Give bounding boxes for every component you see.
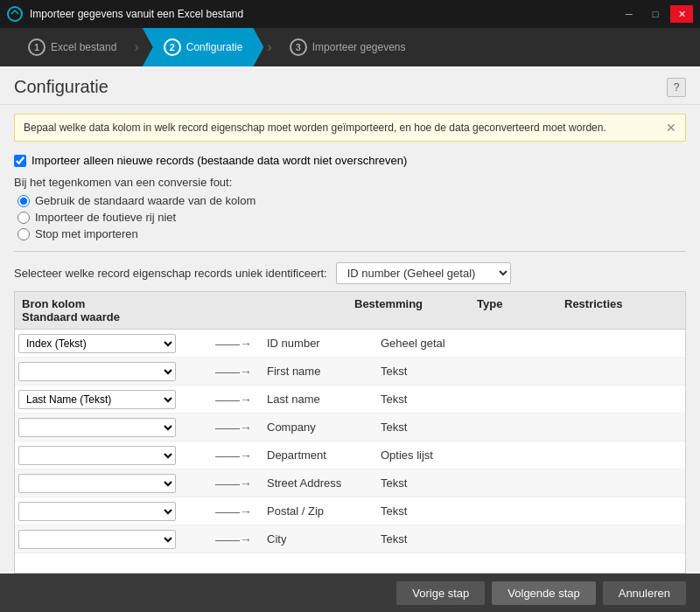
step-arrow-1: › <box>134 39 138 55</box>
radio-row-1: Gebruik de standaard waarde van de kolom <box>18 194 686 207</box>
type-cell: Geheel getal <box>374 333 470 353</box>
arrow-icon: ——→ <box>215 337 252 351</box>
options-section: Importeer alleen nieuwe records (bestaan… <box>0 150 700 244</box>
col-arrow <box>207 297 347 310</box>
source-cell <box>15 499 207 524</box>
type-cell: Opties lijst <box>374 445 470 465</box>
arrow-icon: ——→ <box>215 393 252 407</box>
step-3-num: 3 <box>290 38 307 56</box>
table-body: Index (Tekst) ——→ ID number Geheel getal <box>15 330 685 573</box>
col-dest: Bestemming <box>347 297 470 310</box>
table-row: Index (Tekst) ——→ ID number Geheel getal <box>15 330 685 358</box>
source-cell: Last Name (Tekst) <box>15 387 207 412</box>
col-type: Type <box>470 297 557 310</box>
import-new-checkbox[interactable] <box>14 155 26 167</box>
minimize-button[interactable]: ─ <box>618 5 640 23</box>
radio-label-2: Importeer de foutieve rij niet <box>35 211 176 224</box>
default-cell <box>540 480 627 487</box>
source-select[interactable] <box>18 418 176 437</box>
step-1-num: 1 <box>28 38 46 56</box>
arrow-icon: ——→ <box>215 449 252 462</box>
arrow-icon: ——→ <box>215 532 252 546</box>
unique-label: Selecteer welke record eigenschap record… <box>14 267 327 280</box>
col-source: Bron kolom <box>15 297 207 310</box>
step-1-label: Excel bestand <box>51 41 116 53</box>
bottom-bar: Vorige stap Volgende stap Annuleren <box>0 574 700 612</box>
table-row: ——→ First name Tekst <box>15 358 685 386</box>
arrow-cell: ——→ <box>207 365 260 379</box>
type-cell: Tekst <box>374 389 470 409</box>
default-cell <box>540 536 627 543</box>
restrictions-cell <box>470 368 540 375</box>
radio-label-3: Stop met importeren <box>35 227 138 240</box>
maximize-button[interactable]: □ <box>644 5 667 23</box>
radio-group: Gebruik de standaard waarde van de kolom… <box>18 194 686 240</box>
default-cell <box>540 424 627 431</box>
source-cell <box>15 527 207 552</box>
source-cell <box>15 415 207 440</box>
step-2-num: 2 <box>164 38 181 56</box>
arrow-cell: ——→ <box>207 393 260 407</box>
restrictions-cell <box>470 424 540 431</box>
arrow-icon: ——→ <box>215 421 252 435</box>
default-cell <box>540 340 627 347</box>
title-bar: Importeer gegevens vanuit een Excel best… <box>0 0 700 28</box>
radio-label-1: Gebruik de standaard waarde van de kolom <box>35 194 256 207</box>
conversion-label: Bij het tegenkomen van een conversie fou… <box>14 176 686 189</box>
separator <box>14 251 686 252</box>
table-row: ——→ Company Tekst <box>15 414 685 442</box>
restrictions-cell <box>470 396 540 403</box>
dest-cell: Street Address <box>260 473 374 493</box>
source-cell: Index (Tekst) <box>15 331 207 356</box>
step-1[interactable]: 1 Excel bestand <box>14 28 130 66</box>
default-cell <box>540 368 627 375</box>
type-cell: Tekst <box>374 529 470 549</box>
info-text: Bepaal welke data kolom in welk record e… <box>24 122 606 134</box>
help-button[interactable]: ? <box>667 78 686 97</box>
step-3[interactable]: 3 Importeer gegevens <box>276 28 420 66</box>
default-cell <box>540 396 627 403</box>
default-cell <box>540 508 627 515</box>
radio-row-3: Stop met importeren <box>18 227 686 240</box>
cancel-button[interactable]: Annuleren <box>603 581 686 605</box>
source-select[interactable] <box>18 362 176 381</box>
next-step-button[interactable]: Volgende stap <box>492 581 595 605</box>
table-row: ——→ Postal / Zip Tekst <box>15 497 685 525</box>
main-content: Configuratie ? Bepaal welke data kolom i… <box>0 66 700 612</box>
dest-cell: Postal / Zip <box>260 501 374 521</box>
window-controls: ─ □ ✕ <box>618 5 693 23</box>
close-button[interactable]: ✕ <box>670 5 693 23</box>
step-arrow-2: › <box>267 39 271 55</box>
step-2[interactable]: 2 Configuratie <box>143 28 264 66</box>
arrow-cell: ——→ <box>207 476 260 490</box>
wizard-steps: 1 Excel bestand › 2 Configuratie › 3 Imp… <box>0 28 700 66</box>
source-select[interactable]: Last Name (Tekst) <box>18 390 176 409</box>
checkbox-row: Importeer alleen nieuwe records (bestaan… <box>14 154 686 167</box>
source-select[interactable] <box>18 530 176 549</box>
type-cell: Tekst <box>374 361 470 381</box>
source-select[interactable]: Index (Tekst) <box>18 334 176 353</box>
dest-cell: ID number <box>260 333 374 353</box>
restrictions-cell <box>470 340 540 347</box>
dest-cell: Company <box>260 417 374 437</box>
type-cell: Tekst <box>374 473 470 493</box>
dest-cell: City <box>260 529 374 549</box>
source-select[interactable] <box>18 502 176 521</box>
source-select[interactable] <box>18 446 176 465</box>
arrow-icon: ——→ <box>215 504 252 518</box>
table-row: ——→ Department Opties lijst <box>15 442 685 469</box>
source-select[interactable] <box>18 474 176 493</box>
prev-step-button[interactable]: Vorige stap <box>396 581 485 605</box>
radio-use-default[interactable] <box>18 195 30 207</box>
unique-field-select[interactable]: ID number (Geheel getal) <box>336 262 511 284</box>
content-header: Configuratie ? <box>0 66 700 105</box>
radio-stop-import[interactable] <box>18 228 30 240</box>
restrictions-cell <box>470 452 540 459</box>
info-close-button[interactable]: ✕ <box>666 122 676 134</box>
dest-cell: Department <box>260 445 374 465</box>
type-cell: Tekst <box>374 417 470 437</box>
table-header: Bron kolom Bestemming Type Restricties S… <box>15 292 685 330</box>
radio-skip-row[interactable] <box>18 212 30 224</box>
import-new-label: Importeer alleen nieuwe records (bestaan… <box>32 154 407 167</box>
source-cell <box>15 359 207 384</box>
